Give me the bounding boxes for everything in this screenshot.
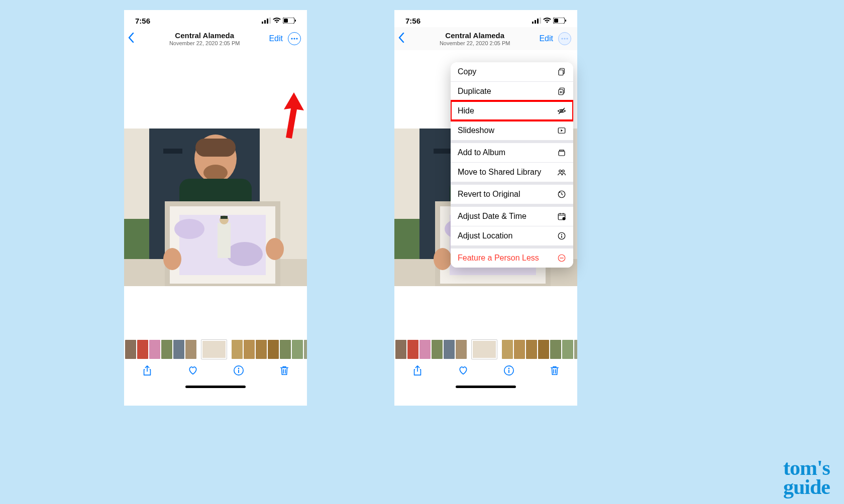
list-item[interactable] bbox=[456, 340, 467, 359]
list-item[interactable] bbox=[407, 340, 418, 359]
svg-point-77 bbox=[561, 234, 562, 235]
list-item[interactable] bbox=[185, 340, 196, 359]
delete-button[interactable] bbox=[549, 365, 560, 378]
info-button[interactable] bbox=[233, 365, 244, 378]
nav-title: Central Alameda bbox=[140, 31, 269, 40]
thumbnail-scrubber[interactable] bbox=[394, 339, 577, 359]
svg-point-21 bbox=[174, 219, 204, 239]
svg-rect-63 bbox=[559, 70, 563, 75]
info-button[interactable] bbox=[503, 365, 514, 378]
svg-point-17 bbox=[203, 165, 228, 181]
nav-title: Central Alameda bbox=[410, 31, 539, 40]
menu-duplicate[interactable]: Duplicate bbox=[451, 81, 573, 101]
svg-point-26 bbox=[163, 248, 181, 270]
menu-adjust-date-time[interactable]: Adjust Date & Time bbox=[451, 207, 573, 226]
svg-rect-6 bbox=[295, 20, 296, 22]
list-item[interactable] bbox=[244, 340, 255, 359]
people-icon bbox=[557, 168, 566, 177]
home-indicator[interactable] bbox=[456, 386, 516, 388]
svg-rect-16 bbox=[195, 139, 236, 157]
menu-add-to-album[interactable]: Add to Album bbox=[451, 143, 573, 162]
svg-rect-2 bbox=[267, 19, 268, 24]
status-bar: 7:56 bbox=[124, 10, 307, 27]
nav-bar: Central Alameda November 22, 2020 2:05 P… bbox=[394, 27, 577, 50]
trash-icon bbox=[549, 365, 560, 376]
cellular-icon bbox=[532, 18, 541, 24]
main-photo bbox=[124, 129, 307, 286]
svg-point-72 bbox=[562, 170, 565, 173]
delete-button[interactable] bbox=[279, 365, 290, 378]
list-item[interactable] bbox=[292, 340, 303, 359]
duplicate-icon bbox=[557, 87, 566, 96]
list-item[interactable] bbox=[574, 340, 577, 359]
info-icon bbox=[503, 365, 514, 376]
info-icon bbox=[557, 231, 566, 240]
menu-feature-person-less[interactable]: Feature a Person Less bbox=[451, 248, 573, 268]
photo-viewer[interactable] bbox=[124, 50, 307, 339]
status-indicators bbox=[262, 18, 296, 24]
list-item[interactable] bbox=[268, 340, 279, 359]
svg-rect-37 bbox=[565, 20, 566, 22]
list-item[interactable] bbox=[149, 340, 160, 359]
list-item[interactable] bbox=[304, 340, 307, 359]
svg-rect-70 bbox=[560, 150, 564, 151]
more-button[interactable] bbox=[288, 32, 301, 45]
svg-rect-45 bbox=[394, 219, 419, 259]
current-thumbnail[interactable] bbox=[472, 340, 497, 359]
favorite-button[interactable] bbox=[187, 365, 198, 378]
current-thumbnail[interactable] bbox=[201, 340, 227, 359]
more-context-menu: Copy Duplicate Hide Slideshow bbox=[451, 62, 573, 268]
back-button[interactable] bbox=[398, 33, 410, 45]
home-indicator[interactable] bbox=[185, 386, 246, 388]
list-item[interactable] bbox=[280, 340, 291, 359]
trash-icon bbox=[279, 365, 290, 376]
status-time: 7:56 bbox=[135, 17, 150, 25]
list-item[interactable] bbox=[562, 340, 573, 359]
watermark-logo: tom's guide bbox=[783, 459, 830, 497]
menu-slideshow[interactable]: Slideshow bbox=[451, 120, 573, 140]
more-button-active[interactable] bbox=[558, 32, 571, 45]
list-item[interactable] bbox=[432, 340, 443, 359]
favorite-button[interactable] bbox=[458, 365, 469, 378]
bottom-toolbar bbox=[394, 359, 577, 384]
svg-point-7 bbox=[291, 38, 292, 39]
list-item[interactable] bbox=[444, 340, 455, 359]
svg-rect-34 bbox=[540, 18, 541, 24]
svg-rect-3 bbox=[269, 18, 271, 24]
menu-adjust-location[interactable]: Adjust Location bbox=[451, 226, 573, 245]
svg-point-40 bbox=[566, 38, 568, 39]
list-item[interactable] bbox=[502, 340, 513, 359]
menu-hide[interactable]: Hide bbox=[451, 101, 573, 120]
cellular-icon bbox=[262, 18, 271, 24]
menu-copy[interactable]: Copy bbox=[451, 62, 573, 81]
svg-rect-61 bbox=[508, 370, 509, 373]
back-button[interactable] bbox=[128, 33, 140, 45]
list-item[interactable] bbox=[256, 340, 267, 359]
list-item[interactable] bbox=[526, 340, 537, 359]
list-item[interactable] bbox=[395, 340, 406, 359]
thumbnail-scrubber[interactable] bbox=[124, 339, 307, 359]
svg-point-8 bbox=[293, 38, 295, 39]
nav-subtitle: November 22, 2020 2:05 PM bbox=[410, 40, 539, 46]
list-item[interactable] bbox=[232, 340, 243, 359]
share-button[interactable] bbox=[412, 365, 423, 378]
menu-revert-original[interactable]: Revert to Original bbox=[451, 185, 573, 204]
battery-icon bbox=[553, 18, 566, 24]
wifi-icon bbox=[543, 18, 551, 24]
svg-point-57 bbox=[434, 248, 452, 270]
edit-button[interactable]: Edit bbox=[539, 34, 553, 43]
svg-rect-25 bbox=[221, 216, 228, 219]
menu-move-shared-library[interactable]: Move to Shared Library bbox=[451, 162, 573, 182]
list-item[interactable] bbox=[173, 340, 184, 359]
list-item[interactable] bbox=[161, 340, 172, 359]
svg-line-67 bbox=[559, 108, 565, 114]
list-item[interactable] bbox=[137, 340, 148, 359]
list-item[interactable] bbox=[125, 340, 136, 359]
share-button[interactable] bbox=[142, 365, 153, 378]
edit-button[interactable]: Edit bbox=[269, 34, 283, 43]
list-item[interactable] bbox=[538, 340, 549, 359]
list-item[interactable] bbox=[419, 340, 431, 359]
album-icon bbox=[557, 148, 566, 157]
list-item[interactable] bbox=[514, 340, 525, 359]
list-item[interactable] bbox=[550, 340, 561, 359]
